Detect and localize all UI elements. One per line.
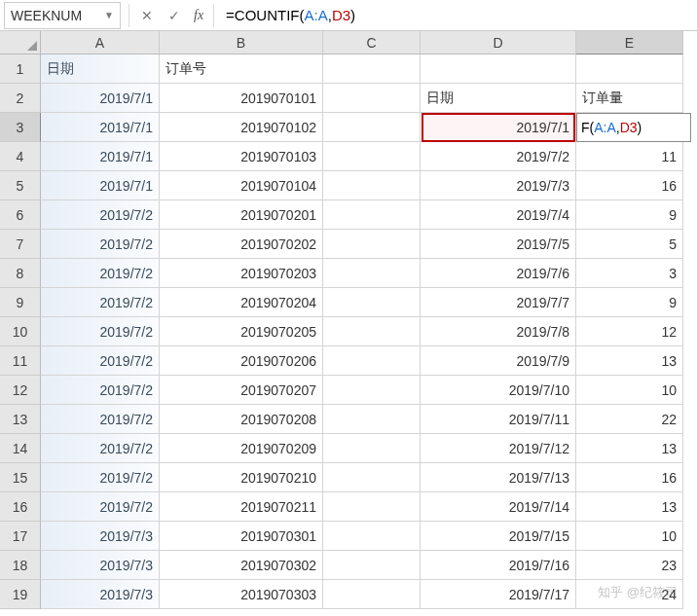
cell-D10[interactable]: 2019/7/8 <box>421 317 576 346</box>
cell-D18[interactable]: 2019/7/16 <box>421 551 576 580</box>
cell-C3[interactable] <box>323 113 421 142</box>
cell-E15[interactable]: 16 <box>576 463 683 492</box>
cell-B9[interactable]: 2019070204 <box>160 288 323 317</box>
cell-A14[interactable]: 2019/7/2 <box>41 434 160 463</box>
cell-C2[interactable] <box>323 84 421 113</box>
row-header[interactable]: 15 <box>0 463 41 492</box>
cell-C16[interactable] <box>323 492 421 522</box>
fx-icon[interactable]: fx <box>194 8 203 23</box>
cell-E13[interactable]: 22 <box>576 405 683 434</box>
cell-D13[interactable]: 2019/7/11 <box>421 405 576 434</box>
cell-B4[interactable]: 2019070103 <box>160 142 323 171</box>
cell-E17[interactable]: 10 <box>576 522 683 551</box>
cell-B6[interactable]: 2019070201 <box>160 200 323 230</box>
cell-B14[interactable]: 2019070209 <box>160 434 323 463</box>
cell-B15[interactable]: 2019070210 <box>160 463 323 492</box>
cell-B10[interactable]: 2019070205 <box>160 317 323 346</box>
cell-A5[interactable]: 2019/7/1 <box>41 171 160 200</box>
cell-D1[interactable] <box>421 54 576 84</box>
cell-A12[interactable]: 2019/7/2 <box>41 376 160 405</box>
cell-C4[interactable] <box>323 142 421 171</box>
row-header[interactable]: 5 <box>0 171 41 200</box>
row-header[interactable]: 6 <box>0 200 41 230</box>
cell-D15[interactable]: 2019/7/13 <box>421 463 576 492</box>
cell-E14[interactable]: 13 <box>576 434 683 463</box>
cell-D7[interactable]: 2019/7/5 <box>421 230 576 259</box>
cell-E6[interactable]: 9 <box>576 200 683 230</box>
cell-D16[interactable]: 2019/7/14 <box>421 492 576 522</box>
cell-C5[interactable] <box>323 171 421 200</box>
row-header[interactable]: 8 <box>0 259 41 288</box>
cell-D5[interactable]: 2019/7/3 <box>421 171 576 200</box>
row-header[interactable]: 10 <box>0 317 41 346</box>
cell-A15[interactable]: 2019/7/2 <box>41 463 160 492</box>
cell-A1[interactable]: 日期 <box>41 54 160 84</box>
cell-A3[interactable]: 2019/7/1 <box>41 113 160 142</box>
cell-C9[interactable] <box>323 288 421 317</box>
cell-D12[interactable]: 2019/7/10 <box>421 376 576 405</box>
cell-E16[interactable]: 13 <box>576 492 683 522</box>
cell-E7[interactable]: 5 <box>576 230 683 259</box>
cell-C19[interactable] <box>323 580 421 609</box>
cell-C17[interactable] <box>323 522 421 551</box>
cell-D14[interactable]: 2019/7/12 <box>421 434 576 463</box>
cell-B3[interactable]: 2019070102 <box>160 113 323 142</box>
cell-B17[interactable]: 2019070301 <box>160 522 323 551</box>
confirm-button[interactable]: ✓ <box>161 2 188 29</box>
row-header[interactable]: 3 <box>0 113 41 142</box>
cell-A16[interactable]: 2019/7/2 <box>41 492 160 522</box>
cell-A18[interactable]: 2019/7/3 <box>41 551 160 580</box>
cell-B12[interactable]: 2019070207 <box>160 376 323 405</box>
row-header[interactable]: 13 <box>0 405 41 434</box>
cell-C8[interactable] <box>323 259 421 288</box>
cell-D17[interactable]: 2019/7/15 <box>421 522 576 551</box>
row-header[interactable]: 7 <box>0 230 41 259</box>
cell-D11[interactable]: 2019/7/9 <box>421 346 576 376</box>
row-header[interactable]: 4 <box>0 142 41 171</box>
col-header-A[interactable]: A <box>41 31 160 54</box>
cell-C6[interactable] <box>323 200 421 230</box>
cell-E4[interactable]: 11 <box>576 142 683 171</box>
row-header[interactable]: 12 <box>0 376 41 405</box>
cell-A13[interactable]: 2019/7/2 <box>41 405 160 434</box>
row-header[interactable]: 2 <box>0 84 41 113</box>
row-header[interactable]: 11 <box>0 346 41 376</box>
cell-E8[interactable]: 3 <box>576 259 683 288</box>
cell-D9[interactable]: 2019/7/7 <box>421 288 576 317</box>
cell-C15[interactable] <box>323 463 421 492</box>
cell-C12[interactable] <box>323 376 421 405</box>
cell-A8[interactable]: 2019/7/2 <box>41 259 160 288</box>
cell-D8[interactable]: 2019/7/6 <box>421 259 576 288</box>
cell-C18[interactable] <box>323 551 421 580</box>
name-box-dropdown-icon[interactable]: ▼ <box>104 10 114 20</box>
cell-D2[interactable]: 日期 <box>421 84 576 113</box>
cell-B18[interactable]: 2019070302 <box>160 551 323 580</box>
cell-B16[interactable]: 2019070211 <box>160 492 323 522</box>
cell-D6[interactable]: 2019/7/4 <box>421 200 576 230</box>
cell-E11[interactable]: 13 <box>576 346 683 376</box>
cell-E10[interactable]: 12 <box>576 317 683 346</box>
col-header-B[interactable]: B <box>160 31 323 54</box>
formula-input[interactable]: =COUNTIF(A:A,D3) <box>218 7 697 23</box>
cell-C11[interactable] <box>323 346 421 376</box>
cancel-button[interactable]: ✕ <box>133 2 161 29</box>
cell-B2[interactable]: 2019070101 <box>160 84 323 113</box>
cell-E2[interactable]: 订单量 <box>576 84 683 113</box>
row-header[interactable]: 17 <box>0 522 41 551</box>
cell-A11[interactable]: 2019/7/2 <box>41 346 160 376</box>
cell-E5[interactable]: 16 <box>576 171 683 200</box>
row-header[interactable]: 18 <box>0 551 41 580</box>
cell-B7[interactable]: 2019070202 <box>160 230 323 259</box>
name-box[interactable]: WEEKNUM ▼ <box>4 2 121 29</box>
cell-A2[interactable]: 2019/7/1 <box>41 84 160 113</box>
row-header[interactable]: 19 <box>0 580 41 609</box>
cell-A4[interactable]: 2019/7/1 <box>41 142 160 171</box>
row-header[interactable]: 9 <box>0 288 41 317</box>
cell-C10[interactable] <box>323 317 421 346</box>
cell-C13[interactable] <box>323 405 421 434</box>
cell-E1[interactable] <box>576 54 683 84</box>
cell-C7[interactable] <box>323 230 421 259</box>
cell-E12[interactable]: 10 <box>576 376 683 405</box>
cell-B19[interactable]: 2019070303 <box>160 580 323 609</box>
cell-B13[interactable]: 2019070208 <box>160 405 323 434</box>
